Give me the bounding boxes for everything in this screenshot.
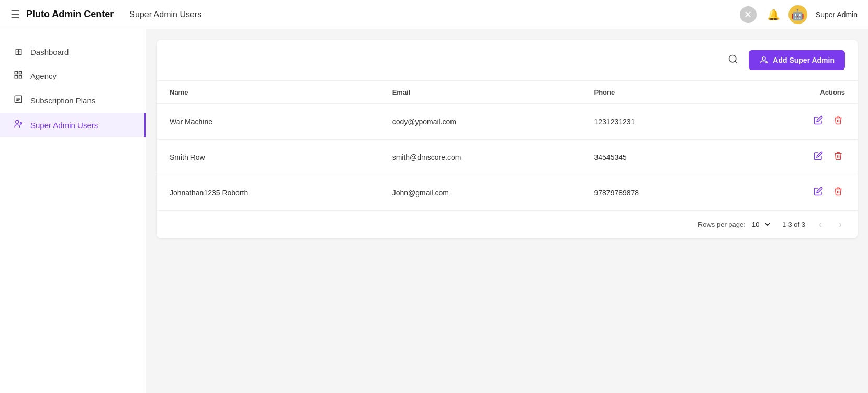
layout: ⊞ Dashboard Agency Subscription Plans [0, 29, 868, 393]
table-container: Name Email Phone Actions War Machine cod… [157, 81, 858, 210]
sidebar-item-subscription-label: Subscription Plans [30, 96, 95, 105]
users-table: Name Email Phone Actions War Machine cod… [157, 81, 858, 210]
table-row: Johnathan1235 Roborth John@gmail.com 978… [157, 175, 858, 211]
sidebar-item-dashboard[interactable]: ⊞ Dashboard [0, 40, 146, 64]
delete-button[interactable] [831, 149, 845, 165]
cell-email: John@gmail.com [380, 175, 582, 211]
sidebar-item-dashboard-label: Dashboard [30, 48, 69, 56]
svg-point-8 [16, 120, 19, 123]
content-toolbar: Add Super Admin [157, 40, 858, 81]
admin-label: Super Admin [816, 10, 858, 19]
sidebar-item-subscription-plans[interactable]: Subscription Plans [0, 88, 146, 113]
prev-page-button[interactable]: ‹ [816, 218, 825, 231]
sidebar-item-agency-label: Agency [30, 72, 57, 80]
bell-icon[interactable]: 🔔 [767, 8, 780, 21]
subscription-icon [13, 95, 24, 107]
svg-rect-3 [19, 76, 22, 78]
content-card: Add Super Admin Name Email Phone Actions [157, 40, 858, 238]
close-button[interactable]: ✕ [740, 6, 757, 23]
page-title: Super Admin Users [129, 10, 739, 19]
add-super-admin-button[interactable]: Add Super Admin [749, 50, 845, 70]
app-title: Pluto Admin Center [26, 9, 114, 20]
svg-point-9 [20, 123, 22, 124]
cell-name: War Machine [157, 104, 380, 140]
svg-line-11 [735, 61, 737, 63]
svg-rect-0 [15, 71, 17, 74]
cell-phone: 97879789878 [581, 175, 731, 211]
sidebar-item-super-admin-label: Super Admin Users [30, 121, 98, 130]
col-actions: Actions [731, 81, 858, 104]
edit-button[interactable] [811, 149, 825, 165]
pagination-bar: Rows per page: 102550100 1-3 of 3 ‹ › [157, 210, 858, 238]
cell-actions [731, 175, 858, 211]
super-admin-icon [13, 119, 24, 131]
cell-actions [731, 104, 858, 140]
hamburger-icon[interactable]: ☰ [10, 8, 20, 21]
svg-point-10 [729, 55, 736, 62]
agency-icon [13, 70, 24, 82]
add-btn-label: Add Super Admin [773, 56, 835, 64]
top-header: ☰ Pluto Admin Center Super Admin Users ✕… [0, 0, 868, 29]
svg-point-12 [762, 57, 765, 60]
header-right: 🔔 🤖 Super Admin [767, 5, 858, 24]
cell-name: Smith Row [157, 140, 380, 175]
table-row: Smith Row smith@dmscore.com 34545345 [157, 140, 858, 175]
table-row: War Machine cody@ypomail.com 1231231231 [157, 104, 858, 140]
search-button[interactable] [726, 52, 740, 69]
cell-phone: 34545345 [581, 140, 731, 175]
col-name: Name [157, 81, 380, 104]
col-email: Email [380, 81, 582, 104]
cell-phone: 1231231231 [581, 104, 731, 140]
rows-per-page-select[interactable]: 102550100 [750, 220, 772, 229]
svg-rect-1 [19, 71, 22, 74]
sidebar-item-agency[interactable]: Agency [0, 64, 146, 88]
cell-name: Johnathan1235 Roborth [157, 175, 380, 211]
rows-per-page-label: Rows per page: [698, 221, 746, 228]
page-info: 1-3 of 3 [782, 221, 805, 228]
edit-button[interactable] [811, 113, 825, 130]
sidebar: ⊞ Dashboard Agency Subscription Plans [0, 29, 146, 393]
avatar: 🤖 [788, 5, 807, 24]
col-phone: Phone [581, 81, 731, 104]
delete-button[interactable] [831, 113, 845, 130]
table-header-row: Name Email Phone Actions [157, 81, 858, 104]
next-page-button[interactable]: › [836, 218, 845, 231]
delete-button[interactable] [831, 184, 845, 201]
sidebar-item-super-admin-users[interactable]: Super Admin Users [0, 113, 146, 137]
edit-button[interactable] [811, 184, 825, 201]
cell-email: smith@dmscore.com [380, 140, 582, 175]
dashboard-icon: ⊞ [13, 46, 24, 57]
cell-email: cody@ypomail.com [380, 104, 582, 140]
rows-per-page-control: Rows per page: 102550100 [698, 220, 772, 229]
cell-actions [731, 140, 858, 175]
main-content: Add Super Admin Name Email Phone Actions [146, 29, 868, 393]
svg-rect-2 [15, 76, 17, 78]
